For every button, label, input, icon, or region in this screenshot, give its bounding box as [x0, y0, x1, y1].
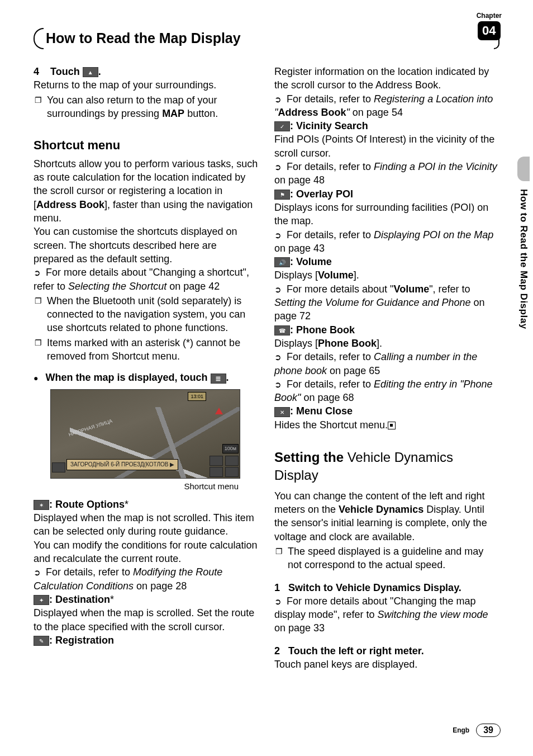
label: : Phone Book — [290, 324, 355, 336]
text: For details, refer to — [287, 229, 374, 240]
ref-page: on page 65 — [327, 365, 380, 376]
text: When the map is displayed, touch — [45, 372, 210, 383]
ref-title: Setting the Volume for Guidance and Phon… — [274, 297, 471, 308]
step-number: 4 — [34, 66, 39, 77]
route-options-p2: You can modify the conditions for route … — [34, 538, 259, 566]
label: : Vicinity Search — [290, 120, 368, 131]
chapter-label: Chapter — [477, 11, 502, 20]
text: Hides the Shortcut menu. — [274, 419, 388, 431]
map-street-label: НАГОРНАЯ УЛИЦА — [68, 417, 113, 438]
label: : Destination — [49, 594, 110, 605]
vicinity-heading: ✓: Vicinity Search — [274, 119, 499, 133]
ref-title-bold: Address Book — [278, 107, 346, 118]
text: ", refer to — [429, 284, 470, 295]
bold-text: Volume — [318, 270, 354, 281]
text: For details, refer to — [287, 161, 374, 172]
step-number: 2 — [274, 645, 280, 656]
map-marker-icon — [215, 408, 223, 414]
overlay-p: Displays icons for surrounding facilitie… — [274, 201, 499, 228]
volume-ref: For more details about "Volume", refer t… — [274, 282, 499, 323]
vd-step-1-ref: For more details about "Changing the map… — [274, 594, 499, 635]
step-4-heading: 4 Touch ▲. — [34, 65, 259, 78]
text: Displays [ — [274, 338, 318, 349]
map-button-icon — [225, 467, 239, 477]
vehicle-dynamics-heading: Setting the Vehicle Dynamics Display — [274, 448, 499, 485]
map-side-icons — [210, 456, 223, 477]
bold-text: Phone Book — [318, 338, 377, 349]
text: button. — [184, 108, 218, 119]
vicinity-p: Find POIs (Points Of Interest) in the vi… — [274, 133, 499, 160]
chapter-badge: Chapter 04 — [477, 11, 502, 40]
map-button-icon — [225, 456, 239, 466]
ref-page: on page 43 — [274, 243, 325, 254]
text: Displays [ — [274, 270, 318, 281]
shortcut-menu-icon: ☰ — [211, 374, 226, 384]
phonebook-ref-1: For details, refer to Calling a number i… — [274, 350, 499, 377]
route-options-ref: For details, refer to Modifying the Rout… — [34, 565, 259, 593]
step-suffix: . — [98, 66, 101, 77]
shortcut-bullet-2: Items marked with an asterisk (*) cannot… — [47, 336, 259, 363]
ref-page: on page 48 — [274, 174, 325, 186]
left-column: 4 Touch ▲. Returns to the map of your su… — [34, 65, 259, 671]
text: ]. — [377, 338, 382, 349]
overlay-ref: For details, refer to Displaying POI on … — [274, 228, 499, 256]
page-footer: Engb 39 — [453, 724, 501, 737]
chapter-number: 04 — [478, 21, 500, 40]
destination-heading: ✦: Destination* — [34, 593, 259, 606]
registration-p: Register information on the location ind… — [274, 65, 499, 92]
text: Setting the — [274, 450, 348, 465]
vd-step-2-p: Touch panel keys are displayed. — [274, 658, 499, 671]
bold-text: Vehicle Dynamics — [339, 504, 423, 515]
map-button-icon — [210, 456, 223, 466]
ref-page: on page 54 — [350, 107, 403, 118]
volume-heading: 🔊: Volume — [274, 255, 499, 268]
text: For details, refer to — [287, 379, 374, 390]
ref-title: Selecting the Shortcut — [68, 281, 166, 292]
phone-book-icon: ☎ — [274, 325, 290, 336]
label: : Menu Close — [290, 405, 353, 417]
registration-heading: ✎: Registration — [34, 634, 259, 647]
asterisk: * — [110, 594, 114, 605]
shortcut-menu-screenshot: 13:01 НАГОРНАЯ УЛИЦА ЗАГОРОДНЫЙ 6-Й ПРОЕ… — [50, 389, 240, 479]
route-options-p1: Displayed when the map is not scrolled. … — [34, 511, 259, 538]
step-4-body: Returns to the map of your surroundings. — [34, 78, 259, 92]
label: : Registration — [49, 635, 114, 646]
step-text: Switch to Vehicle Dynamics Display. — [288, 582, 461, 593]
map-button-icon — [210, 467, 223, 477]
bold-text: Volume — [394, 284, 430, 295]
asterisk: * — [125, 499, 129, 510]
page-title: How to Read the Map Display — [44, 29, 494, 48]
map-scale-label: 100м — [222, 444, 239, 453]
map-time-label: 13:01 — [188, 392, 206, 401]
label: : Route Options — [49, 499, 125, 510]
route-options-heading: ✶: Route Options* — [34, 498, 259, 511]
footer-page-number: 39 — [476, 724, 501, 737]
section-end-icon — [388, 422, 396, 429]
menu-close-p: Hides the Shortcut menu. — [274, 418, 499, 432]
route-options-icon: ✶ — [34, 500, 49, 510]
phonebook-ref-2: For details, refer to Editing the entry … — [274, 377, 499, 405]
map-side-icons — [225, 456, 239, 477]
phonebook-p: Displays [Phone Book]. — [274, 337, 499, 350]
step-text: Touch the left or right meter. — [288, 645, 424, 656]
side-tab-stub — [517, 157, 530, 181]
text: ЗАГОРОДНЫЙ 6-Й ПРОЕЗД(КОТЛОВ — [70, 461, 168, 467]
side-tab: How to Read the Map Display — [514, 157, 533, 329]
shortcut-menu-heading: Shortcut menu — [34, 137, 259, 154]
destination-p: Displayed when the map is scrolled. Set … — [34, 606, 259, 634]
map-button-name: MAP — [162, 108, 184, 119]
vd-para-1: You can change the content of the left a… — [274, 489, 499, 544]
address-book-label: Address Book — [36, 199, 104, 210]
ref-title: Switching the view mode — [377, 609, 488, 620]
ref-title: Finding a POI in the Vicinity — [374, 161, 497, 172]
vicinity-ref: For details, refer to Finding a POI in t… — [274, 160, 499, 187]
map-triangle-icon: ▲ — [83, 67, 98, 77]
registration-icon: ✎ — [34, 636, 49, 646]
page-header: How to Read the Map Display Chapter 04 — [34, 28, 499, 49]
shortcut-para-2: You can customise the shortcuts displaye… — [34, 225, 259, 266]
menu-close-icon: ✕ — [274, 407, 290, 417]
text: For details, refer to — [46, 566, 133, 578]
step-number: 1 — [274, 582, 280, 593]
map-panel-icon — [52, 462, 65, 472]
step-label: Touch — [50, 66, 80, 77]
